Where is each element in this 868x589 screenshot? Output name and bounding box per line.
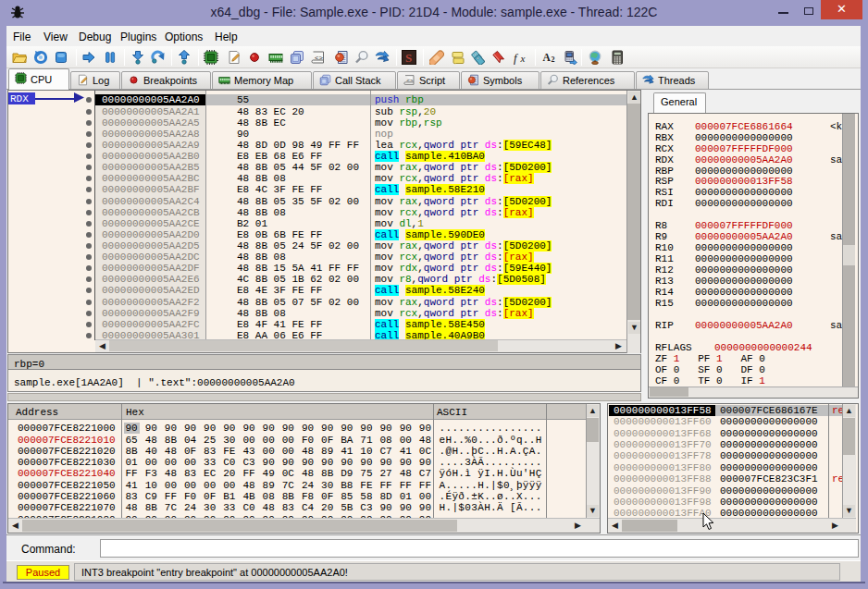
svg-text:f: f [514,51,519,65]
svg-text:A: A [543,52,552,63]
svg-text:2: 2 [552,55,555,64]
svg-text:<>: <> [315,55,324,62]
svg-text:S: S [405,51,412,65]
svg-text:x: x [520,53,526,64]
svg-text:<>: <> [406,78,414,84]
